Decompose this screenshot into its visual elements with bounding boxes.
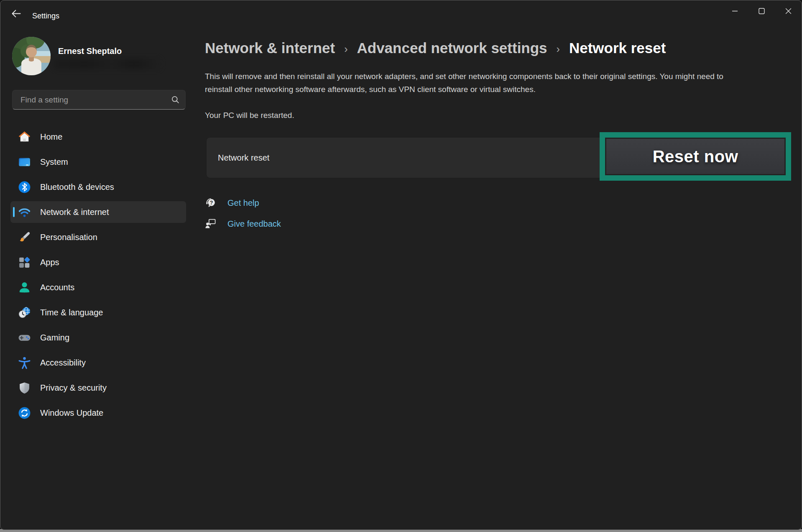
maximize-button[interactable] (748, 0, 775, 21)
sidebar-item-bluetooth-devices[interactable]: Bluetooth & devices (10, 176, 186, 198)
sidebar-item-label: Personalisation (40, 233, 97, 242)
page-description: This will remove and then reinstall all … (205, 70, 792, 96)
titlebar: Settings (0, 0, 802, 22)
windows-update-icon (18, 406, 31, 420)
user-name: Ernest Sheptalo (58, 46, 122, 56)
get-help-label: Get help (227, 198, 259, 208)
sidebar-item-label: Network & internet (40, 207, 109, 217)
minimize-icon (731, 8, 738, 15)
shield-icon (18, 381, 31, 395)
annotation-highlight-frame: Reset now (600, 132, 791, 181)
sidebar-item-network-internet[interactable]: Network & internet (10, 201, 186, 223)
search-input[interactable] (20, 95, 171, 105)
sidebar-item-label: System (40, 157, 68, 167)
selected-accent-bar (13, 207, 15, 217)
sidebar-item-label: Bluetooth & devices (40, 182, 114, 192)
clock-globe-icon (18, 306, 31, 320)
app-title: Settings (32, 11, 59, 20)
get-help-link[interactable]: ? Get help (205, 197, 281, 209)
apps-icon (18, 256, 31, 269)
help-links: ? Get help Give feedback (205, 197, 281, 230)
sidebar-item-personalisation[interactable]: Personalisation (10, 226, 186, 248)
sidebar-item-accounts[interactable]: Accounts (10, 276, 186, 298)
sidebar-item-label: Accounts (40, 283, 74, 292)
svg-text:?: ? (210, 200, 213, 206)
close-icon (785, 8, 792, 15)
breadcrumb-network-internet[interactable]: Network & internet (205, 39, 335, 57)
person-icon (18, 281, 31, 294)
sidebar-item-label: Privacy & security (40, 383, 107, 393)
window-controls (721, 0, 802, 21)
chevron-right-icon: › (557, 40, 560, 58)
search-icon (171, 96, 179, 104)
user-email-blurred (54, 59, 161, 69)
sidebar-item-apps[interactable]: Apps (10, 251, 186, 273)
sidebar-nav: Home System Bluetooth & devices (10, 126, 186, 424)
sidebar-item-label: Home (40, 132, 62, 142)
minimize-button[interactable] (721, 0, 748, 21)
give-feedback-icon (205, 218, 217, 230)
sidebar-item-label: Time & language (40, 308, 103, 317)
back-arrow-icon (10, 8, 22, 19)
sidebar-item-label: Windows Update (40, 408, 103, 418)
sidebar-item-home[interactable]: Home (10, 126, 186, 148)
back-button[interactable] (6, 6, 26, 20)
sidebar-item-system[interactable]: System (10, 151, 186, 173)
restart-note: Your PC will be restarted. (205, 111, 294, 120)
home-icon (18, 130, 31, 144)
sidebar-item-label: Accessibility (40, 358, 86, 368)
sidebar-item-windows-update[interactable]: Windows Update (10, 402, 186, 424)
sidebar-item-accessibility[interactable]: Accessibility (10, 352, 186, 373)
accessibility-icon (18, 356, 31, 370)
breadcrumb: Network & internet › Advanced network se… (205, 38, 666, 58)
avatar (12, 37, 51, 75)
reset-now-button[interactable]: Reset now (606, 139, 784, 174)
get-help-icon: ? (205, 197, 217, 209)
sidebar-item-time-language[interactable]: Time & language (10, 302, 186, 323)
chevron-right-icon: › (344, 40, 347, 58)
desktop-background: Settings (0, 0, 802, 532)
search-box (12, 90, 186, 110)
sidebar-item-privacy-security[interactable]: Privacy & security (10, 377, 186, 399)
give-feedback-label: Give feedback (227, 219, 281, 229)
gamepad-icon (18, 331, 31, 345)
maximize-icon (758, 8, 765, 15)
avatar-photo (12, 37, 51, 75)
give-feedback-link[interactable]: Give feedback (205, 218, 281, 230)
settings-window: Settings (0, 0, 802, 530)
sidebar-item-label: Gaming (40, 333, 69, 343)
sidebar-item-label: Apps (40, 258, 59, 267)
network-reset-card-label: Network reset (218, 153, 269, 163)
wifi-icon (18, 205, 31, 219)
system-icon (18, 155, 31, 169)
sidebar-item-gaming[interactable]: Gaming (10, 327, 186, 348)
paintbrush-icon (18, 230, 31, 244)
close-button[interactable] (775, 0, 802, 21)
page-title: Network reset (569, 39, 666, 57)
breadcrumb-advanced-network-settings[interactable]: Advanced network settings (357, 39, 547, 57)
bluetooth-icon (18, 180, 31, 194)
